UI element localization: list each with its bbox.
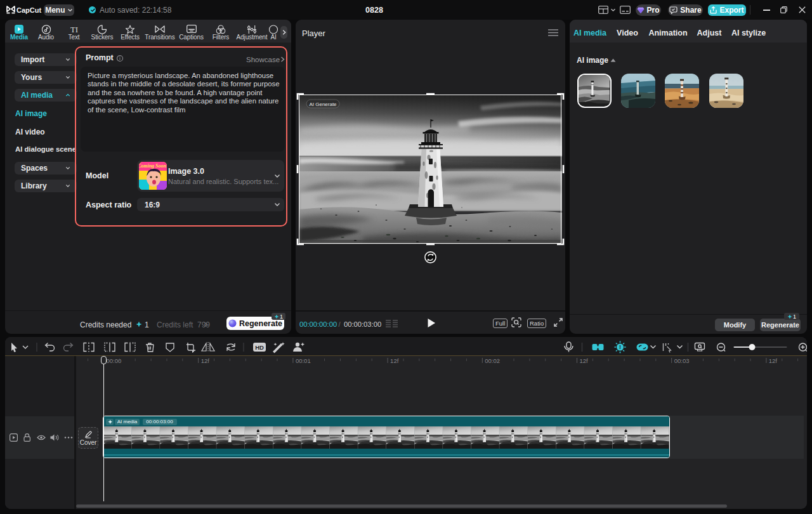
svg-text:Coming Soon!: Coming Soon!: [139, 163, 167, 169]
svg-text:00:02: 00:02: [485, 357, 500, 364]
svg-text:HD: HD: [255, 344, 264, 351]
svg-text:00:00: 00:00: [107, 357, 122, 364]
svg-text:12f: 12f: [580, 357, 589, 364]
svg-text:TI: TI: [70, 25, 77, 34]
svg-text:!: !: [619, 344, 621, 350]
svg-text:00:01: 00:01: [296, 357, 311, 364]
svg-text:12f: 12f: [769, 357, 778, 364]
svg-text:12f: 12f: [201, 357, 210, 364]
svg-text:12f: 12f: [390, 357, 399, 364]
svg-text:00:03: 00:03: [674, 357, 690, 364]
